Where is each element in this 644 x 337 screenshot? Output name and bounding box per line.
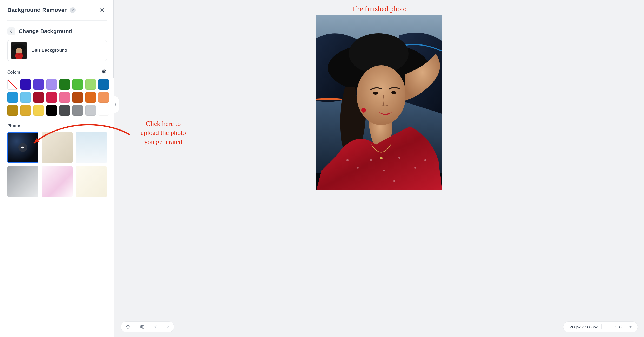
palette-icon[interactable] — [102, 69, 107, 75]
zoom-in-button[interactable]: + — [628, 324, 633, 330]
colors-label: Colors — [7, 70, 21, 75]
color-swatch-blue[interactable] — [98, 79, 109, 90]
svg-point-16 — [383, 170, 385, 171]
color-swatch-grid — [7, 79, 107, 116]
upload-plus-icon: + — [18, 143, 27, 152]
color-swatch-maroon[interactable] — [33, 92, 44, 103]
photo-tile-gray-gradient[interactable] — [7, 166, 38, 197]
canvas-image[interactable] — [316, 15, 442, 190]
zoom-control: 1200px × 1680px − 33% + — [563, 321, 638, 332]
color-swatch-light-blue[interactable] — [20, 92, 31, 103]
svg-point-12 — [361, 108, 366, 113]
photos-grid: + — [7, 132, 107, 197]
svg-point-17 — [398, 157, 400, 159]
panel-title: Background Remover — [7, 7, 67, 14]
history-button[interactable] — [126, 325, 130, 329]
canvas-area[interactable]: The finished photo — [114, 0, 644, 337]
scrollbar[interactable] — [113, 0, 114, 78]
annotation-line: upload the photo — [129, 128, 197, 137]
color-swatch-forest-green[interactable] — [59, 79, 70, 90]
color-swatch-orange[interactable] — [85, 92, 96, 103]
undo-button[interactable] — [154, 325, 159, 329]
zoom-out-button[interactable]: − — [605, 324, 610, 330]
redo-button[interactable] — [164, 325, 169, 329]
section-title: Change Background — [19, 28, 72, 34]
annotation-hero: The finished photo — [352, 5, 407, 13]
history-toolbar — [121, 321, 174, 332]
color-swatch-gray[interactable] — [72, 105, 83, 116]
color-swatch-olive-gold[interactable] — [7, 105, 18, 116]
color-swatch-pink[interactable] — [59, 92, 70, 103]
help-icon[interactable]: ? — [70, 7, 76, 13]
back-button[interactable] — [7, 27, 15, 35]
color-swatch-indigo[interactable] — [20, 79, 31, 90]
color-swatch-yellow[interactable] — [33, 105, 44, 116]
sidebar-panel: Background Remover ? ✕ Change Background — [0, 0, 114, 337]
color-swatch-crimson[interactable] — [46, 92, 57, 103]
photo-tile-uploaded-scifi-car[interactable]: + — [7, 132, 38, 163]
annotation-callout: Click here to upload the photo you gener… — [129, 119, 197, 146]
color-swatch-green[interactable] — [72, 79, 83, 90]
svg-point-14 — [357, 167, 359, 169]
color-swatch-sky-blue[interactable] — [7, 92, 18, 103]
photo-tile-beige-paper[interactable] — [42, 132, 73, 163]
photo-tile-pink-gradient[interactable] — [42, 166, 73, 197]
color-swatch-light-green[interactable] — [85, 79, 96, 90]
svg-point-18 — [414, 167, 416, 169]
color-swatch-rust[interactable] — [72, 92, 83, 103]
color-swatch-light-gray[interactable] — [85, 105, 96, 116]
svg-rect-23 — [142, 325, 144, 328]
photos-label: Photos — [7, 124, 21, 128]
svg-point-21 — [380, 157, 383, 159]
blur-thumbnail — [11, 42, 27, 59]
photo-tile-pale-sky-gradient[interactable] — [76, 132, 107, 163]
zoom-level[interactable]: 33% — [614, 325, 625, 329]
compare-button[interactable] — [140, 325, 144, 329]
change-background-section: Change Background Blur Background Colors — [7, 27, 107, 197]
color-swatch-lavender[interactable] — [46, 79, 57, 90]
color-swatch-none[interactable] — [7, 79, 18, 90]
svg-point-15 — [370, 159, 372, 161]
annotation-line: Click here to — [129, 119, 197, 128]
color-swatch-gold[interactable] — [20, 105, 31, 116]
svg-point-19 — [424, 159, 426, 161]
svg-rect-22 — [140, 325, 142, 328]
svg-rect-3 — [15, 53, 23, 59]
svg-point-13 — [346, 159, 349, 161]
canvas-dimensions: 1200px × 1680px — [568, 325, 598, 329]
blur-label: Blur Background — [31, 48, 67, 53]
svg-point-11 — [391, 91, 396, 94]
svg-point-20 — [393, 180, 395, 182]
annotation-line: you generated — [129, 137, 197, 146]
close-icon[interactable]: ✕ — [98, 6, 107, 15]
svg-point-10 — [373, 92, 378, 95]
color-swatch-violet[interactable] — [33, 79, 44, 90]
color-swatch-peach[interactable] — [98, 92, 109, 103]
chevron-left-icon — [10, 29, 12, 33]
panel-header: Background Remover ? ✕ — [7, 6, 107, 21]
color-swatch-dark-gray[interactable] — [59, 105, 70, 116]
color-swatch-black[interactable] — [46, 105, 57, 116]
blur-background-card[interactable]: Blur Background — [7, 40, 107, 61]
photo-tile-cream-gradient[interactable] — [76, 166, 107, 197]
color-swatch-white[interactable] — [98, 105, 109, 116]
svg-point-9 — [357, 65, 406, 125]
